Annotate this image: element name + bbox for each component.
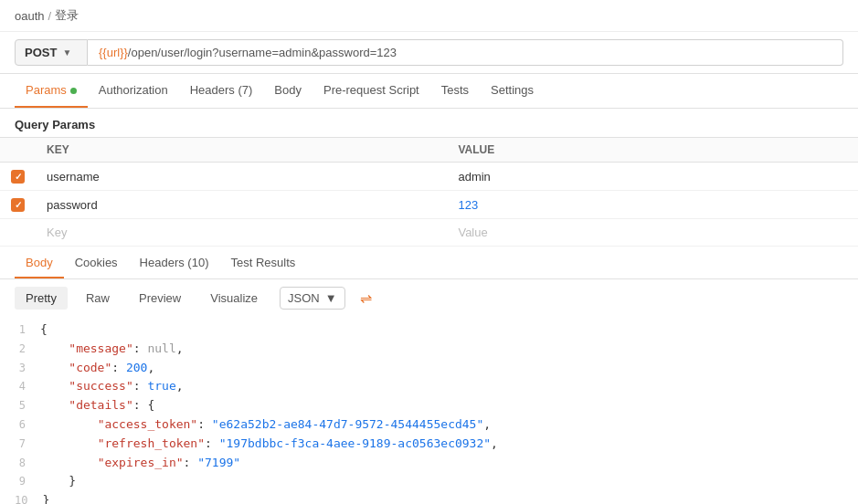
params-dot [70,88,77,94]
response-tab-test-results[interactable]: Test Results [219,248,306,278]
param-row-username: username admin [0,163,858,191]
tab-tests[interactable]: Tests [430,74,480,108]
url-suffix: /open/user/login?username=admin&password… [128,46,397,59]
json-chevron-icon: ▼ [325,291,337,305]
code-line-9: 9 } [15,472,843,491]
url-bar: POST ▼ {{url}}/open/user/login?username=… [0,32,858,74]
wrap-icon[interactable]: ⇌ [360,289,372,307]
json-format-label: JSON [288,291,320,305]
tab-authorization[interactable]: Authorization [88,74,179,108]
breadcrumb: oauth / 登录 [0,0,858,32]
method-label: POST [25,46,57,59]
format-raw[interactable]: Raw [75,287,121,310]
col-value: VALUE [447,138,858,163]
code-line-5: 5 "details": { [15,396,843,415]
tab-params[interactable]: Params [15,74,88,108]
col-key: KEY [36,138,447,163]
tab-headers[interactable]: Headers (7) [179,74,264,108]
response-tab-body[interactable]: Body [15,248,64,278]
breadcrumb-separator: / [48,9,52,23]
breadcrumb-login[interactable]: 登录 [55,7,79,24]
tab-settings[interactable]: Settings [480,74,545,108]
col-check [0,138,36,163]
response-tab-cookies[interactable]: Cookies [64,248,129,278]
format-pretty[interactable]: Pretty [15,287,68,310]
code-line-4: 4 "success": true, [15,377,843,396]
tab-pre-request[interactable]: Pre-request Script [312,74,430,108]
code-line-6: 6 "access_token": "e62a52b2-ae84-47d7-95… [15,415,843,435]
code-line-10: 10 } [15,491,843,504]
breadcrumb-oauth[interactable]: oauth [15,9,45,23]
method-chevron-icon: ▼ [62,47,71,58]
param-value-username[interactable]: admin [447,163,858,191]
response-tabs: Body Cookies Headers (10) Test Results [0,248,858,279]
param-key-password[interactable]: password [36,191,447,219]
format-preview[interactable]: Preview [128,287,192,310]
code-block: 1 { 2 "message": null, 3 "code": 200, 4 … [0,317,858,504]
param-key-username[interactable]: username [36,163,447,191]
tab-body[interactable]: Body [263,74,312,108]
format-visualize[interactable]: Visualize [199,287,269,310]
json-format-select[interactable]: JSON ▼ [280,287,345,310]
checkbox-username[interactable] [11,170,25,184]
url-template-var: {{url}} [99,46,128,59]
param-row-password: password 123 [0,191,858,219]
code-line-2: 2 "message": null, [15,340,843,359]
code-line-7: 7 "refresh_token": "197bdbbc-f3ca-4aee-9… [15,435,843,454]
method-select[interactable]: POST ▼ [15,39,88,66]
checkbox-password[interactable] [11,198,25,212]
param-row-empty: Key Value [0,219,858,247]
code-line-3: 3 "code": 200, [15,359,843,378]
param-val-placeholder[interactable]: Value [447,219,858,247]
code-line-1: 1 { [15,320,843,340]
format-bar: Pretty Raw Preview Visualize JSON ▼ ⇌ [0,279,858,317]
query-params-title: Query Params [0,109,858,137]
code-line-8: 8 "expires_in": "7199" [15,454,843,473]
param-key-placeholder[interactable]: Key [36,219,447,247]
request-tabs: Params Authorization Headers (7) Body Pr… [0,74,858,109]
response-tab-headers[interactable]: Headers (10) [129,248,220,278]
url-display[interactable]: {{url}}/open/user/login?username=admin&p… [88,39,843,66]
params-table: KEY VALUE username admin password 123 Ke… [0,137,858,247]
param-value-password[interactable]: 123 [447,191,858,219]
